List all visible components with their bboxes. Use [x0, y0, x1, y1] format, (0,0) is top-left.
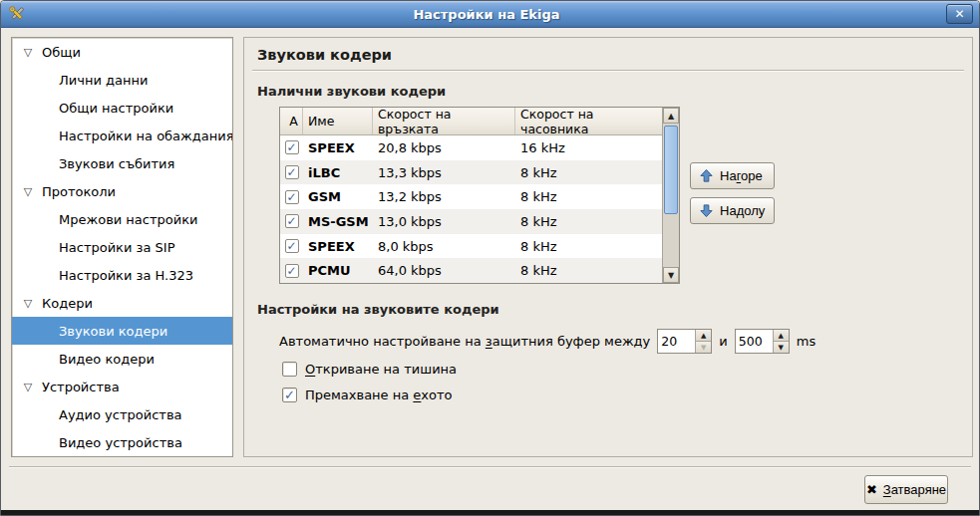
tree-label: Кодери [42, 296, 93, 311]
codec-clock: 8 kHz [515, 165, 662, 180]
titlebar[interactable]: Настройки на Ekiga ✕ [1, 1, 979, 28]
scroll-down-button[interactable]: ▼ [663, 267, 679, 283]
table-scrollbar[interactable]: ▲ ▼ [662, 108, 679, 283]
spin-up-icon[interactable]: ▲ [774, 330, 789, 341]
codec-clock: 8 kHz [515, 263, 662, 278]
check-icon: ✓ [286, 141, 296, 153]
echo-cancellation-row[interactable]: ✓ Премахване на ехото [282, 387, 453, 402]
table-row[interactable]: ✓ SPEEX 8,0 kbps 8 kHz [280, 234, 662, 259]
arrow-down-icon: ▼ [668, 271, 674, 280]
tree-label: Звукови кодери [59, 324, 167, 339]
codec-checkbox[interactable]: ✓ [285, 264, 299, 278]
tree-label: Настройки на обажданията [59, 129, 233, 143]
tools-icon[interactable] [7, 4, 27, 24]
page-title: Звукови кодери [257, 47, 392, 63]
tree-label: Общи настройки [59, 101, 173, 116]
codec-name: SPEEX [303, 140, 373, 155]
expander-icon[interactable]: ▽ [20, 185, 36, 198]
reorder-buttons: Нагоре Надолу [690, 162, 775, 224]
table-row[interactable]: ✓ MS-GSM 13,0 kbps 8 kHz [280, 209, 662, 234]
codec-bitrate: 20,8 kbps [373, 140, 515, 155]
tree-label: Настройки за SIP [59, 240, 175, 255]
sidebar-item-sound-events[interactable]: Звукови събития [12, 149, 232, 177]
echo-cancellation-checkbox[interactable]: ✓ [282, 387, 297, 402]
scrollbar-thumb[interactable] [664, 126, 678, 214]
codec-clock: 8 kHz [515, 189, 662, 204]
window-title: Настройки на Ekiga [27, 7, 946, 22]
check-icon: ✓ [286, 191, 296, 203]
codec-settings-heading: Настройки на звуковите кодери [257, 302, 499, 317]
spin-down-icon[interactable]: ▼ [696, 341, 711, 353]
close-dialog-button[interactable]: ✖ Затваряне [864, 475, 948, 504]
codec-checkbox[interactable]: ✓ [285, 140, 299, 154]
tree-label: Видео кодери [59, 352, 155, 367]
spin-up-icon[interactable]: ▲ [696, 330, 711, 341]
column-header-clock[interactable]: Скорост на часовника [515, 108, 662, 134]
sidebar-item-general[interactable]: ▽ Общи [12, 38, 232, 66]
jitter-buffer-row: Автоматично настройване на защитния буфе… [279, 329, 816, 354]
sidebar-item-call-options[interactable]: Настройки на обажданията [12, 122, 232, 149]
check-icon: ✓ [286, 240, 296, 252]
codec-bitrate: 8,0 kbps [373, 239, 515, 254]
codec-table-header: A Име Скорост на връзката Скорост на час… [280, 108, 662, 135]
codec-checkbox[interactable]: ✓ [285, 190, 299, 204]
silence-detection-checkbox[interactable] [282, 362, 297, 377]
scroll-up-button[interactable]: ▲ [663, 108, 679, 124]
column-header-name[interactable]: Име [303, 108, 373, 134]
close-icon: ✕ [954, 7, 964, 21]
codec-name: iLBC [303, 165, 373, 180]
sidebar-item-devices[interactable]: ▽ Устройства [12, 373, 232, 400]
expander-icon[interactable]: ▽ [20, 381, 36, 393]
tree-label: Общи [42, 45, 81, 60]
jitter-min-input[interactable] [658, 330, 695, 353]
available-codecs-heading: Налични звукови кодери [257, 84, 446, 99]
codec-checkbox[interactable]: ✓ [285, 214, 299, 228]
codec-clock: 8 kHz [515, 214, 662, 229]
column-header-active[interactable]: A [280, 108, 303, 134]
expander-icon[interactable]: ▽ [20, 297, 36, 310]
expander-icon[interactable]: ▽ [20, 46, 36, 59]
up-arrow-icon [699, 168, 714, 183]
codec-name: PCMU [303, 263, 373, 278]
window-close-button[interactable]: ✕ [946, 4, 973, 24]
sidebar-item-network-settings[interactable]: Мрежови настройки [12, 205, 232, 233]
sidebar-item-audio-devices[interactable]: Аудио устройства [12, 400, 232, 428]
tree-label: Звукови събития [59, 156, 174, 171]
sidebar-item-video-devices[interactable]: Видео устройства [12, 428, 232, 456]
codec-bitrate: 13,2 kbps [373, 189, 515, 204]
preferences-tree: ▽ Общи Лични данни Общи настройки Настро… [11, 37, 233, 457]
move-down-button[interactable]: Надолу [690, 197, 775, 224]
sidebar-item-audio-codecs[interactable]: Звукови кодери [12, 317, 232, 345]
table-row[interactable]: ✓ GSM 13,2 kbps 8 kHz [280, 184, 662, 209]
codec-bitrate: 13,0 kbps [373, 214, 515, 229]
codec-name: GSM [303, 189, 373, 204]
sidebar-item-h323-settings[interactable]: Настройки за H.323 [12, 261, 232, 289]
column-header-bitrate[interactable]: Скорост на връзката [373, 108, 515, 134]
codec-checkbox[interactable]: ✓ [285, 165, 299, 179]
codec-checkbox[interactable]: ✓ [285, 239, 299, 253]
table-row[interactable]: ✓ SPEEX 20,8 kbps 16 kHz [280, 135, 662, 160]
jitter-max-input[interactable] [736, 330, 773, 353]
tree-label: Мрежови настройки [59, 212, 198, 227]
silence-detection-label: Откриване на тишина [305, 362, 457, 377]
codec-table: A Име Скорост на връзката Скорост на час… [279, 107, 680, 284]
sidebar-item-codecs[interactable]: ▽ Кодери [12, 289, 232, 317]
sidebar-item-protocols[interactable]: ▽ Протоколи [12, 177, 232, 205]
check-icon: ✓ [286, 265, 296, 277]
sidebar-item-sip-settings[interactable]: Настройки за SIP [12, 233, 232, 261]
and-label: и [719, 334, 727, 349]
jitter-min-spinner: ▲ ▼ [657, 329, 712, 354]
silence-detection-row[interactable]: Откриване на тишина [282, 362, 457, 377]
move-up-button[interactable]: Нагоре [690, 162, 775, 189]
codec-clock: 16 kHz [515, 140, 662, 155]
table-row[interactable]: ✓ PCMU 64,0 kbps 8 kHz [280, 258, 662, 283]
scrollbar-track[interactable] [663, 124, 679, 267]
tree-label: Протоколи [42, 184, 116, 199]
spin-down-icon[interactable]: ▼ [774, 341, 789, 353]
sidebar-item-video-codecs[interactable]: Видео кодери [12, 345, 232, 373]
sidebar-item-general-settings[interactable]: Общи настройки [12, 94, 232, 122]
arrow-up-icon: ▲ [668, 112, 674, 121]
tree-label: Лични данни [59, 73, 148, 88]
table-row[interactable]: ✓ iLBC 13,3 kbps 8 kHz [280, 160, 662, 185]
sidebar-item-personal-data[interactable]: Лични данни [12, 66, 232, 94]
